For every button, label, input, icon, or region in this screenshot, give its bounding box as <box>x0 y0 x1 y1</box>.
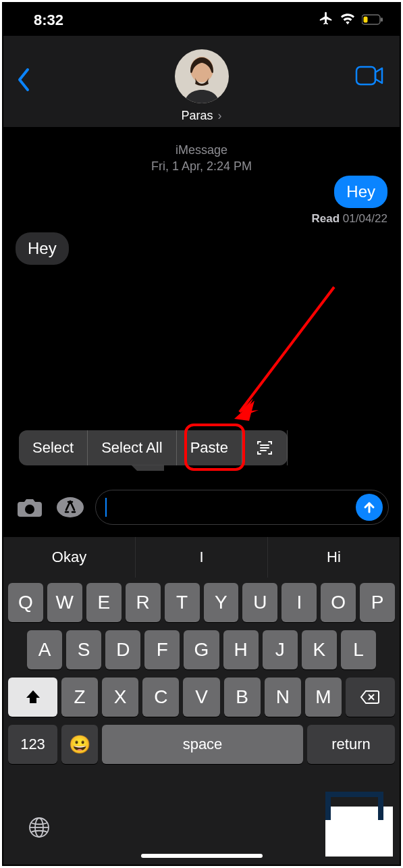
message-input[interactable] <box>95 490 389 525</box>
svg-point-12 <box>25 505 34 514</box>
airplane-mode-icon <box>319 11 333 30</box>
contact-name-button[interactable]: Paras › <box>3 109 400 123</box>
key-p[interactable]: P <box>360 583 395 622</box>
key-i[interactable]: I <box>281 583 317 622</box>
compose-bar <box>3 476 400 538</box>
facetime-button[interactable] <box>355 66 385 88</box>
space-key[interactable]: space <box>102 725 303 764</box>
quicktype-suggestion-3[interactable]: Hi <box>268 537 400 578</box>
menu-scan-text[interactable] <box>242 430 288 465</box>
key-e[interactable]: E <box>86 583 122 622</box>
key-v[interactable]: V <box>183 678 219 717</box>
key-u[interactable]: U <box>242 583 277 622</box>
svg-rect-5 <box>356 67 375 84</box>
quicktype-bar: Okay I Hi <box>3 537 400 578</box>
chevron-right-icon: › <box>215 109 222 122</box>
menu-select-all[interactable]: Select All <box>88 430 177 465</box>
back-button[interactable] <box>16 67 43 94</box>
return-key[interactable]: return <box>307 725 395 764</box>
key-b[interactable]: B <box>224 678 261 717</box>
outgoing-message-bubble[interactable]: Hey <box>334 176 387 208</box>
key-f[interactable]: F <box>144 630 180 669</box>
svg-rect-2 <box>364 17 368 23</box>
keyboard-row-2: A S D F G H J K L <box>7 630 396 669</box>
key-y[interactable]: Y <box>204 583 239 622</box>
contact-name: Paras <box>181 109 213 122</box>
globe-key[interactable] <box>28 816 51 842</box>
key-o[interactable]: O <box>321 583 356 622</box>
svg-marker-7 <box>240 399 259 415</box>
svg-point-13 <box>57 497 84 517</box>
key-z[interactable]: Z <box>61 678 98 717</box>
menu-select[interactable]: Select <box>19 430 88 465</box>
message-thread[interactable]: iMessage Fri, 1 Apr, 2:24 PM Hey Read 01… <box>3 135 400 174</box>
key-n[interactable]: N <box>265 678 301 717</box>
quicktype-suggestion-2[interactable]: I <box>136 537 268 578</box>
keyboard: Q W E R T Y U I O P A S D F G H J K L Z <box>3 578 400 865</box>
emoji-key[interactable]: 😀 <box>61 725 98 764</box>
contact-avatar[interactable] <box>175 49 229 103</box>
key-t[interactable]: T <box>165 583 200 622</box>
key-k[interactable]: K <box>302 630 337 669</box>
battery-icon <box>362 11 383 29</box>
key-x[interactable]: X <box>102 678 138 717</box>
home-indicator[interactable] <box>141 854 263 858</box>
key-m[interactable]: M <box>305 678 342 717</box>
key-a[interactable]: A <box>27 630 62 669</box>
shift-key[interactable] <box>8 678 57 717</box>
annotation-arrow <box>219 280 341 429</box>
svg-line-6 <box>240 287 334 412</box>
backspace-key[interactable] <box>346 678 395 717</box>
key-j[interactable]: J <box>263 630 298 669</box>
key-d[interactable]: D <box>105 630 140 669</box>
key-r[interactable]: R <box>126 583 161 622</box>
read-receipt: Read 01/04/22 <box>312 212 388 226</box>
keyboard-row-1: Q W E R T Y U I O P <box>7 583 396 622</box>
conversation-header: Paras › <box>3 36 400 127</box>
keyboard-row-3: Z X C V B N M <box>7 678 396 717</box>
numbers-key[interactable]: 123 <box>8 725 57 764</box>
camera-button[interactable] <box>14 494 45 521</box>
quicktype-suggestion-1[interactable]: Okay <box>3 537 136 578</box>
wifi-icon <box>340 11 355 29</box>
key-l[interactable]: L <box>341 630 376 669</box>
incoming-message-bubble[interactable]: Hey <box>16 232 69 265</box>
keyboard-row-4: 123 😀 space return <box>7 725 396 764</box>
key-s[interactable]: S <box>66 630 101 669</box>
text-edit-menu: Select Select All Paste <box>19 430 288 465</box>
svg-marker-8 <box>234 401 254 421</box>
key-w[interactable]: W <box>47 583 82 622</box>
key-g[interactable]: G <box>184 630 219 669</box>
app-store-button[interactable] <box>55 494 86 521</box>
watermark <box>325 807 393 857</box>
menu-paste[interactable]: Paste <box>177 430 242 465</box>
text-cursor <box>105 498 107 517</box>
thread-date-label: iMessage Fri, 1 Apr, 2:24 PM <box>3 142 400 174</box>
svg-rect-1 <box>381 18 383 22</box>
key-h[interactable]: H <box>223 630 259 669</box>
status-bar: 8:32 <box>3 3 400 37</box>
key-c[interactable]: C <box>142 678 179 717</box>
clock: 8:32 <box>34 11 63 29</box>
key-q[interactable]: Q <box>8 583 43 622</box>
send-button[interactable] <box>356 494 383 521</box>
